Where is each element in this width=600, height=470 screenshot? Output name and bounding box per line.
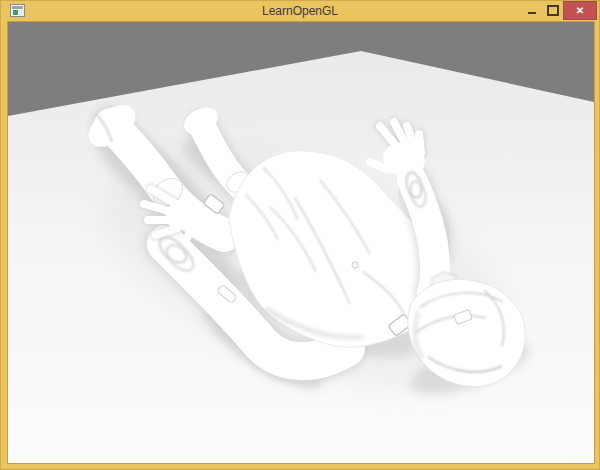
window-title: LearnOpenGL (1, 1, 599, 21)
rendered-scene (8, 22, 594, 463)
opengl-render-viewport[interactable] (7, 21, 595, 464)
close-icon: ✕ (576, 5, 584, 16)
maximize-icon (547, 5, 559, 16)
minimize-icon (528, 12, 536, 14)
minimize-button[interactable] (521, 1, 542, 20)
maximize-button[interactable] (542, 1, 563, 20)
window-controls: ✕ (521, 1, 597, 20)
app-window: LearnOpenGL ✕ (0, 0, 600, 470)
title-bar[interactable]: LearnOpenGL ✕ (1, 1, 599, 21)
close-button[interactable]: ✕ (563, 1, 597, 20)
